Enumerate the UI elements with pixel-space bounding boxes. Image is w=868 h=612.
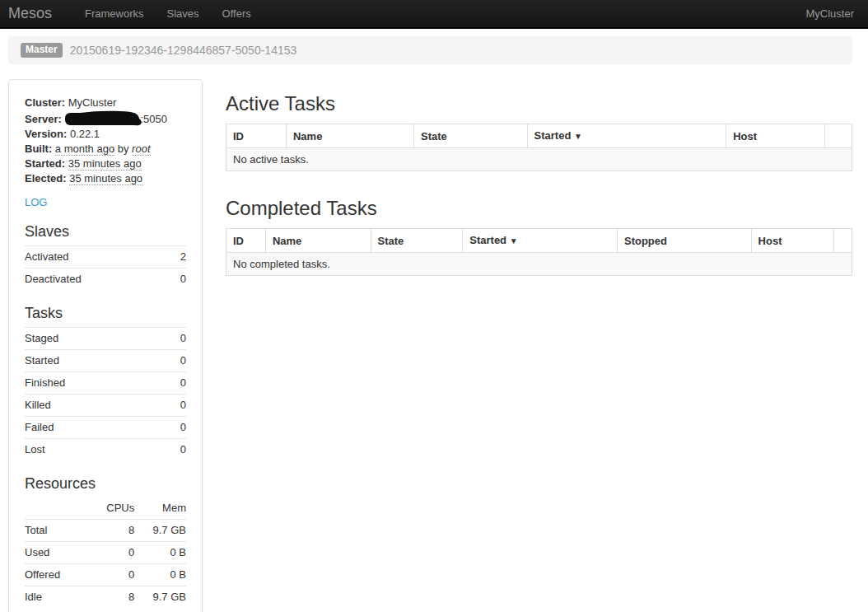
active-tasks-empty-row: No active tasks.	[226, 148, 852, 171]
table-row: Finished 0	[25, 372, 186, 395]
cluster-label: Cluster:	[25, 96, 65, 109]
completed-col-name[interactable]: Name	[265, 229, 371, 253]
resources-total-label: Total	[25, 520, 89, 542]
server-info-line: Server: :5050	[25, 110, 186, 127]
completed-tasks-empty-row: No completed tasks.	[226, 253, 852, 276]
server-port: :5050	[140, 113, 167, 125]
active-tasks-header-row: ID Name State Started ▼ Host	[226, 124, 852, 148]
sort-desc-icon: ▼	[510, 236, 518, 245]
active-tasks-title: Active Tasks	[226, 91, 852, 115]
resources-offered-label: Offered	[25, 564, 89, 586]
completed-col-host[interactable]: Host	[751, 229, 833, 253]
completed-tasks-title: Completed Tasks	[226, 196, 852, 220]
active-tasks-empty-message: No active tasks.	[226, 148, 852, 171]
active-col-id[interactable]: ID	[226, 124, 287, 148]
cluster-info-line: Cluster: MyCluster	[25, 96, 186, 110]
table-row: Activated 2	[25, 246, 186, 269]
table-row: Used 0 0 B	[25, 542, 186, 564]
built-by: by	[118, 142, 129, 155]
sort-desc-icon: ▼	[574, 132, 582, 141]
completed-col-started[interactable]: Started ▼	[463, 229, 618, 253]
elected-label: Elected:	[25, 172, 67, 185]
master-id: 20150619-192346-1298446857-5050-14153	[70, 44, 297, 57]
completed-tasks-empty-message: No completed tasks.	[226, 253, 852, 276]
table-row: Failed 0	[25, 417, 186, 439]
redacted-server-address	[65, 113, 139, 125]
breadcrumb: Master 20150619-192346-1298446857-5050-1…	[8, 36, 852, 64]
completed-col-state[interactable]: State	[371, 229, 463, 253]
started-label: Started:	[25, 157, 65, 170]
table-row: Killed 0	[25, 395, 186, 417]
active-col-actions	[825, 124, 852, 148]
tasks-staged-value: 0	[166, 328, 186, 350]
completed-col-id[interactable]: ID	[226, 229, 266, 253]
built-info-line: Built: a month ago by root	[25, 142, 186, 157]
nav-item-slaves[interactable]: Slaves	[156, 7, 211, 20]
tasks-lost-label: Lost	[25, 439, 166, 461]
completed-tasks-header-row: ID Name State Started ▼ Stopped Host	[226, 229, 852, 253]
completed-col-actions	[833, 229, 852, 253]
built-user: root	[132, 142, 150, 156]
tasks-started-label: Started	[25, 350, 166, 372]
version-info-line: Version: 0.22.1	[25, 127, 186, 142]
slaves-activated-label: Activated	[25, 246, 170, 269]
resources-section-title: Resources	[25, 475, 186, 493]
navbar: Mesos Frameworks Slaves Offers MyCluster	[0, 0, 868, 29]
brand-mesos[interactable]: Mesos	[8, 5, 52, 22]
tasks-section-title: Tasks	[25, 305, 186, 322]
navbar-cluster-name: MyCluster	[805, 7, 854, 20]
resources-used-mem: 0 B	[134, 542, 186, 564]
main-content: Active Tasks ID Name State Started ▼ Hos…	[226, 79, 852, 276]
resources-total-mem: 9.7 GB	[134, 520, 186, 542]
table-row: Idle 8 9.7 GB	[25, 586, 186, 609]
table-row: Lost 0	[25, 439, 186, 461]
resources-used-label: Used	[25, 542, 89, 564]
built-time: a month ago	[55, 142, 114, 156]
resources-cpus-header: CPUs	[89, 498, 134, 520]
table-row: Started 0	[25, 350, 186, 372]
resources-used-cpus: 0	[89, 542, 134, 564]
table-row: Total 8 9.7 GB	[25, 520, 186, 542]
version-label: Version:	[25, 128, 67, 140]
active-col-name[interactable]: Name	[286, 124, 413, 148]
nav-item-offers[interactable]: Offers	[211, 7, 263, 20]
completed-tasks-table: ID Name State Started ▼ Stopped Host No …	[226, 228, 852, 276]
tasks-table: Staged 0 Started 0 Finished 0 Killed 0	[25, 327, 186, 460]
table-row: Deactivated 0	[25, 269, 186, 291]
tasks-failed-value: 0	[166, 417, 186, 439]
master-badge: Master	[21, 43, 63, 58]
tasks-started-value: 0	[166, 350, 186, 372]
version-value: 0.22.1	[70, 128, 100, 140]
slaves-section-title: Slaves	[25, 223, 186, 241]
tasks-finished-value: 0	[166, 372, 186, 395]
active-col-state[interactable]: State	[413, 124, 527, 148]
slaves-deactivated-label: Deactivated	[25, 269, 170, 291]
table-row: Staged 0	[25, 328, 186, 350]
nav-item-frameworks[interactable]: Frameworks	[73, 7, 156, 20]
resources-total-cpus: 8	[89, 520, 134, 542]
table-row: Offered 0 0 B	[25, 564, 186, 586]
resources-header-row: CPUs Mem	[25, 498, 186, 520]
active-col-host[interactable]: Host	[726, 124, 825, 148]
slaves-deactivated-value: 0	[170, 269, 186, 291]
slaves-table: Activated 2 Deactivated 0	[25, 245, 186, 290]
tasks-failed-label: Failed	[25, 417, 166, 439]
tasks-killed-value: 0	[166, 395, 186, 417]
started-time: 35 minutes ago	[68, 157, 142, 171]
active-tasks-table: ID Name State Started ▼ Host No active t…	[226, 124, 852, 171]
resources-idle-label: Idle	[25, 586, 89, 609]
server-label: Server:	[25, 113, 62, 125]
completed-col-stopped[interactable]: Stopped	[617, 229, 751, 253]
slaves-activated-value: 2	[170, 246, 186, 269]
built-label: Built:	[25, 142, 52, 155]
resources-table: CPUs Mem Total 8 9.7 GB Used 0 0 B	[25, 498, 186, 608]
tasks-staged-label: Staged	[25, 328, 166, 350]
started-info-line: Started: 35 minutes ago	[25, 157, 186, 171]
elected-time: 35 minutes ago	[69, 172, 142, 185]
tasks-lost-value: 0	[166, 439, 186, 461]
elected-info-line: Elected: 35 minutes ago	[25, 171, 186, 186]
cluster-value: MyCluster	[68, 96, 117, 109]
resources-offered-cpus: 0	[89, 564, 134, 586]
active-col-started[interactable]: Started ▼	[527, 124, 726, 148]
log-link[interactable]: LOG	[25, 196, 47, 208]
